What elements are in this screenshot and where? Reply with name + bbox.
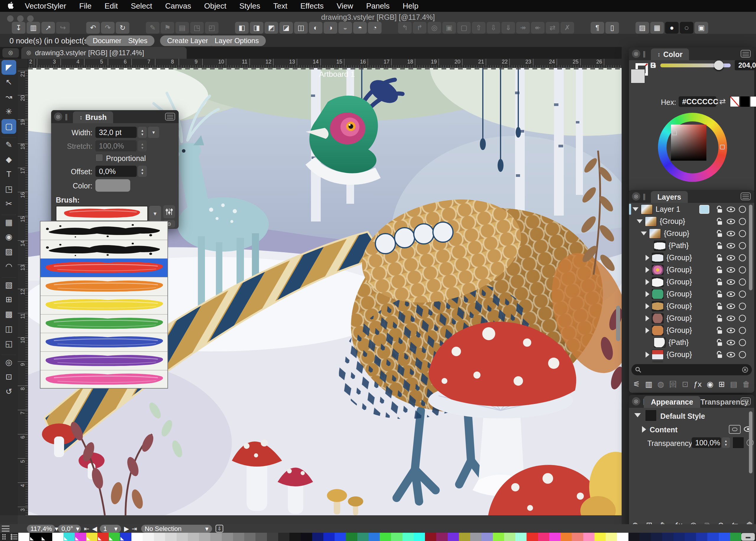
pen-button[interactable]: ✎ [146, 22, 160, 34]
duplicate-layer-icon[interactable]: ▥ [645, 380, 653, 389]
share-button[interactable]: ↪ [56, 22, 70, 34]
black-swatch[interactable] [740, 96, 749, 107]
color-swatch[interactable] [403, 533, 414, 541]
expand-arrow-icon[interactable] [645, 352, 649, 358]
lower-button[interactable]: ⇩ [487, 22, 500, 34]
appearance-scrollbar[interactable] [749, 411, 752, 473]
create-layer-button[interactable]: Create Layer [160, 35, 215, 46]
menu-item[interactable]: VectorStyler [20, 0, 72, 12]
first-page-button[interactable]: ⇤ [84, 525, 89, 533]
pattern-tool[interactable]: ▩ [1, 307, 16, 321]
styles-button[interactable]: Styles [121, 35, 155, 46]
horizontal-ruler[interactable]: 2345678910111213141516171819202122232425… [28, 59, 622, 68]
visibility-eye-icon[interactable] [726, 206, 735, 213]
crop-paths-button[interactable]: ◓ [353, 22, 367, 34]
layer-row[interactable]: {Group} [629, 228, 754, 240]
crop-tool[interactable]: ⊡ [1, 369, 16, 384]
offset-input[interactable]: 0,0% [95, 166, 137, 177]
brush-list-item[interactable] [40, 259, 168, 277]
color-swatch[interactable] [425, 533, 436, 541]
color-swatch[interactable] [109, 533, 120, 541]
width-stepper[interactable]: ▴▾ [138, 127, 147, 138]
brush-color-swatch[interactable] [95, 179, 130, 192]
brush-list-item[interactable] [40, 314, 168, 333]
brush-list-item[interactable] [40, 277, 168, 296]
color-swatch[interactable] [188, 533, 199, 541]
color-swatch[interactable] [448, 533, 459, 541]
close-panel-icon[interactable]: ⊗ [632, 397, 640, 405]
menu-item[interactable]: Object [199, 0, 231, 12]
width-dropdown-icon[interactable]: ▾ [148, 127, 159, 138]
grid-mode-button[interactable]: ▦ [650, 22, 664, 34]
fit-view-icon[interactable]: ⇩ [215, 525, 223, 532]
bring-front-button[interactable]: ▣ [442, 22, 456, 34]
swatch-grid-icon[interactable] [2, 534, 8, 540]
shape-builder-tool[interactable]: ◱ [1, 336, 16, 351]
backward-button[interactable]: ↞ [531, 22, 545, 34]
delete-layer-icon[interactable]: 🗑 [742, 380, 750, 389]
color-swatch[interactable] [41, 533, 52, 541]
layers-scrollbar[interactable] [749, 205, 752, 290]
canvas-menu-icon[interactable] [2, 526, 9, 532]
export-button[interactable]: ↗ [41, 22, 55, 34]
color-swatch[interactable] [617, 533, 628, 541]
color-swatch[interactable] [561, 533, 572, 541]
white-swatch[interactable] [750, 96, 756, 107]
visibility-eye-icon[interactable] [726, 339, 735, 346]
default-style-swatch[interactable] [645, 410, 656, 421]
raise-button[interactable]: ⇧ [472, 22, 486, 34]
color-swatch[interactable] [255, 533, 267, 541]
layer-row[interactable]: Layer 1 [629, 203, 754, 215]
rotate-right-button[interactable]: ↱ [413, 22, 426, 34]
close-panel-icon[interactable]: ⊗ [54, 113, 62, 121]
visibility-eye-icon[interactable] [726, 230, 735, 237]
visibility-eye-icon[interactable] [726, 243, 735, 249]
brush-list-item[interactable] [40, 333, 168, 352]
color-swatch[interactable] [120, 533, 131, 541]
target-circle-icon[interactable] [739, 254, 746, 262]
proportional-checkbox[interactable] [95, 154, 103, 162]
copy-style-button[interactable]: ▤ [176, 22, 189, 34]
redo-button[interactable]: ↷ [101, 22, 115, 34]
layer-color-chip[interactable] [699, 205, 709, 214]
close-panel-icon[interactable]: ⊗ [632, 50, 640, 58]
channel-value[interactable]: 204,0 [735, 60, 756, 70]
lock-open-icon[interactable] [716, 314, 723, 322]
gradient-tool[interactable]: ▧ [1, 277, 16, 292]
color-swatch[interactable] [199, 533, 210, 541]
outline-button[interactable]: ◒ [338, 22, 352, 34]
visibility-eye-icon[interactable] [726, 327, 735, 334]
width-input[interactable]: 32,0 pt [95, 127, 137, 138]
panel-menu-icon[interactable] [741, 193, 751, 200]
forward-button[interactable]: ↠ [516, 22, 530, 34]
concentric-tool[interactable]: ◫ [1, 321, 16, 336]
zoom-level-dropdown[interactable]: 117,4%▾ [27, 525, 55, 533]
lock-open-icon[interactable] [716, 254, 723, 262]
swatch-list-icon[interactable] [11, 534, 18, 540]
layer-thumbnail[interactable] [652, 289, 663, 299]
expand-arrow-icon[interactable] [645, 267, 649, 273]
panel-menu-icon[interactable] [165, 113, 175, 121]
rotate-left-button[interactable]: ↰ [398, 22, 412, 34]
hex-input[interactable]: #CCCCCC [679, 96, 716, 107]
badge-icon[interactable]: ◍ [657, 380, 664, 389]
saturation-square[interactable] [671, 125, 706, 161]
layer-row[interactable]: {Group} [629, 348, 754, 360]
color-swatch[interactable] [132, 533, 143, 541]
target-circle-icon[interactable] [739, 339, 746, 346]
brush-dropdown[interactable] [56, 206, 148, 221]
new-layer-icon[interactable]: ⊞ [718, 380, 725, 389]
new-document-button[interactable]: ↧ [12, 22, 25, 34]
expand-arrow-icon[interactable] [645, 291, 649, 297]
undo-button[interactable]: ↶ [86, 22, 100, 34]
brush-list-item[interactable] [40, 240, 168, 259]
expand-arrow-icon[interactable] [641, 232, 647, 236]
transform-button[interactable]: ◳ [190, 22, 204, 34]
lock-open-icon[interactable] [716, 242, 723, 250]
color-dial-tool[interactable]: ◎ [1, 355, 16, 369]
exclude-button[interactable]: ◪ [279, 22, 293, 34]
menu-item[interactable]: Effects [295, 0, 329, 12]
target-circle-icon[interactable] [739, 290, 746, 298]
visibility-eye-icon[interactable] [726, 218, 735, 225]
menu-item[interactable]: View [331, 0, 358, 12]
